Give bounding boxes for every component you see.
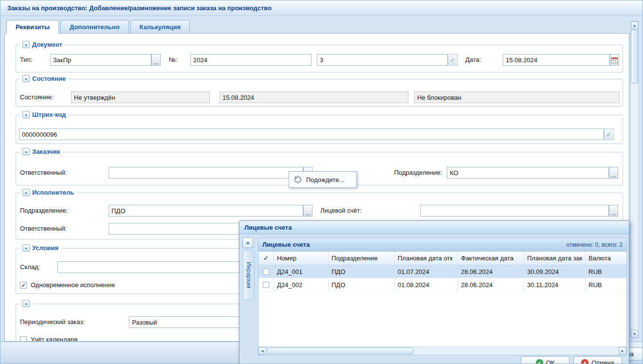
periodic-order-label: Периодический заказ: (20, 316, 85, 328)
collapse-state-button[interactable]: ▲ (22, 75, 30, 82)
chevron-up-icon: ▲ (24, 246, 28, 250)
barcode-apply-button[interactable]: ✔ (604, 128, 614, 140)
horizontal-scrollbar-thumb[interactable] (267, 347, 413, 354)
window-titlebar: Заказы на производство: Добавление/размн… (0, 0, 643, 16)
grid-title: Лицевые счета (262, 241, 310, 248)
executor-account-label: Лицевой счёт: (320, 205, 362, 217)
arrow-left-icon: ◄ (260, 349, 264, 353)
scroll-up-button[interactable]: ▲ (631, 21, 638, 29)
collapse-periodic-button[interactable]: ▲ (22, 300, 30, 307)
customer-department-input[interactable] (447, 167, 609, 179)
doc-type-label: Тип: (20, 54, 32, 66)
doc-date-input[interactable] (503, 54, 610, 66)
check-icon: ✔ (606, 131, 612, 138)
arrow-down-icon: ▼ (633, 332, 637, 336)
collapse-document-button[interactable]: ▲ (22, 41, 30, 48)
calendar-label: Учёт календаря (31, 334, 77, 342)
cell-planned-open: 01.08.2024 (395, 278, 458, 291)
state-date-field (220, 91, 408, 103)
section-state: ▲ Состояние Состояние: (16, 79, 623, 107)
tab-hierarchy[interactable]: Иерархия (243, 250, 255, 300)
doc-number-input[interactable] (190, 54, 312, 66)
scroll-down-button[interactable]: ▼ (631, 330, 638, 338)
section-barcode: ▲ Штрих-код ✔ (16, 115, 623, 144)
column-planned-close[interactable]: Плановая дата зак (524, 252, 586, 265)
cell-planned-close: 30.11.2024 (524, 278, 586, 291)
cell-department: ПДО (329, 265, 395, 278)
warehouse-label: Склад: (20, 261, 40, 273)
column-actual-date[interactable]: Фактическая дата (458, 252, 524, 265)
tab-bar: Реквизиты Дополнительно Калькуляция (6, 20, 190, 34)
vertical-scrollbar-thumb[interactable] (631, 30, 638, 83)
doc-type-lookup-button[interactable]: ... (151, 54, 161, 66)
executor-responsible-label: Ответственный: (20, 223, 67, 235)
simultaneous-checkbox[interactable] (20, 282, 27, 289)
executor-account-input[interactable] (420, 205, 609, 217)
ok-label: ОК (546, 359, 555, 364)
dialog-titlebar[interactable]: Лицевые счета (239, 221, 629, 235)
check-icon: ✔ (450, 56, 456, 64)
tab-rekvizity[interactable]: Реквизиты (6, 20, 59, 34)
executor-department-lookup-button[interactable]: ... (303, 205, 312, 217)
ok-button[interactable]: ✓ ОК (521, 356, 570, 364)
doc-number-apply-button[interactable]: ✔ (448, 54, 458, 66)
cell-actual-date: 28.06.2024 (458, 278, 524, 291)
column-number[interactable]: Номер (274, 252, 329, 265)
scroll-left-button[interactable]: ◄ (258, 347, 266, 355)
collapse-executor-button[interactable]: ▲ (22, 189, 30, 196)
executor-account-lookup-button[interactable]: ... (609, 205, 618, 217)
row-checkbox[interactable] (263, 282, 269, 288)
row-checkbox[interactable] (263, 269, 269, 275)
doc-type-input[interactable] (50, 54, 151, 66)
grid-counter: отмечено: 0, всего: 2 (566, 241, 623, 248)
spinner-icon (294, 175, 302, 184)
cell-number: Д24_001 (274, 265, 329, 278)
window-title: Заказы на производство: Добавление/размн… (7, 4, 272, 12)
doc-date-label: Дата: (465, 54, 481, 66)
cell-number: Д24_002 (274, 278, 329, 291)
state-lock-field (414, 91, 620, 103)
state-status-field (71, 91, 210, 103)
double-chevron-right-icon: » (246, 239, 250, 246)
customer-responsible-input[interactable] (109, 167, 303, 179)
chevron-up-icon: ▲ (24, 113, 28, 116)
column-department[interactable]: Подразделение (329, 252, 395, 265)
column-planned-open[interactable]: Плановая дата отк (395, 252, 458, 265)
table-row[interactable]: Д24_002 ПДО 01.08.2024 28.06.2024 30.11.… (258, 278, 626, 291)
cell-planned-close: 30.09.2024 (524, 265, 586, 278)
doc-date-calendar-button[interactable] (610, 54, 619, 66)
executor-department-input[interactable] (109, 205, 303, 217)
section-document-title: Документ (32, 41, 62, 48)
cancel-button[interactable]: × Отмена (573, 356, 622, 364)
accounts-grid: Лицевые счета отмечено: 0, всего: 2 ✓ Но… (258, 237, 627, 355)
cell-planned-open: 01.07.2024 (395, 265, 458, 278)
expand-panel-button[interactable]: » (242, 237, 253, 248)
state-label: Состояние: (20, 91, 53, 103)
collapse-conditions-button[interactable]: ▲ (22, 244, 30, 252)
calendar-icon (611, 57, 618, 63)
collapse-customer-button[interactable]: ▲ (22, 148, 30, 155)
barcode-input[interactable] (19, 128, 604, 140)
arrow-right-icon: ► (621, 349, 625, 353)
vertical-scrollbar[interactable]: ▲ ▼ (630, 21, 639, 338)
column-check[interactable]: ✓ (258, 252, 274, 265)
cancel-x-icon: × (581, 359, 588, 364)
dialog-footer: ✓ ОК × Отмена (239, 356, 629, 364)
chevron-up-icon: ▲ (24, 302, 28, 305)
scroll-right-button[interactable]: ► (619, 347, 626, 355)
section-document: ▲ Документ Тип: ... №: ✔ Дата: (16, 45, 623, 73)
customer-department-lookup-button[interactable]: ... (609, 167, 618, 179)
chevron-up-icon: ▲ (24, 43, 28, 46)
tab-kalkulyaciya[interactable]: Калькуляция (130, 20, 190, 33)
tab-dopolnitelno[interactable]: Дополнительно (60, 20, 129, 33)
cell-currency: RUB (586, 278, 626, 291)
horizontal-scrollbar[interactable]: ◄ ► (258, 346, 626, 355)
doc-number2-input[interactable] (317, 54, 448, 66)
cancel-label: Отмена (591, 359, 614, 364)
collapse-barcode-button[interactable]: ▲ (22, 111, 30, 118)
section-barcode-title: Штрих-код (32, 111, 66, 118)
calendar-checkbox[interactable] (20, 336, 27, 342)
column-currency[interactable]: Валюта (586, 252, 626, 265)
ellipsis-icon: ... (153, 60, 158, 64)
table-row[interactable]: Д24_001 ПДО 01.07.2024 28.06.2024 30.09.… (258, 265, 626, 278)
